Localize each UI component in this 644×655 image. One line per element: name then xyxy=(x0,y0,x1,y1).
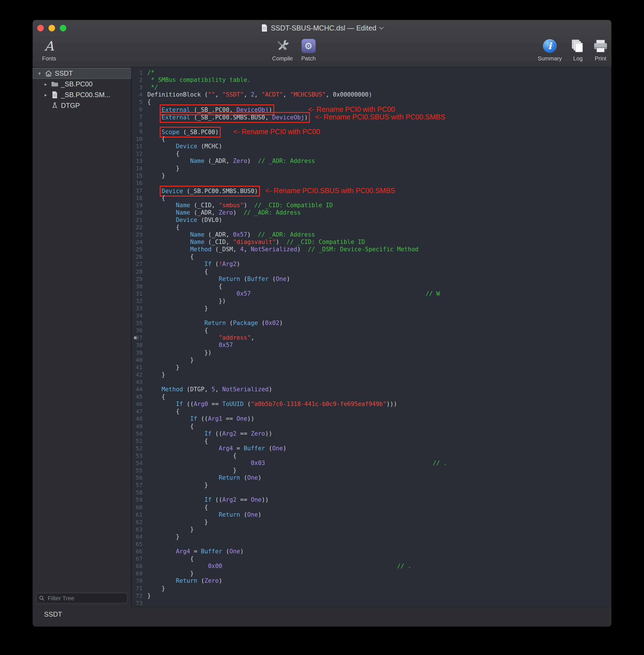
code-line: 58 xyxy=(132,489,611,496)
code-line-text: } xyxy=(147,364,180,371)
title-menu-chevron-icon[interactable] xyxy=(379,25,384,29)
code-line-text: Name (_CID, "diagsvault") // _CID: Compa… xyxy=(147,238,365,246)
line-number: 16 xyxy=(132,179,147,187)
patch-label: Patch xyxy=(301,55,316,62)
code-line-text: } xyxy=(147,467,236,474)
sidebar-item--sb-pc00-sm-[interactable]: ▸_SB.PC00.SM... xyxy=(33,90,131,100)
sidebar-item-label: _SB.PC00.SM... xyxy=(61,91,110,99)
line-number: 25 xyxy=(132,246,147,253)
line-number: 5 xyxy=(132,98,147,106)
line-number: 71 xyxy=(132,585,147,592)
fonts-button[interactable]: A Fonts xyxy=(42,38,56,62)
code-line: 46 If ((Arg0 == ToUUID ("a0b5b7c6-1318-4… xyxy=(132,400,611,408)
line-number: 64 xyxy=(132,533,147,540)
code-line-text: } xyxy=(147,371,165,378)
code-line-text: 0x57 xyxy=(147,341,233,349)
line-number: 13 xyxy=(132,157,147,165)
sidebar-item-dtgp[interactable]: DTGP xyxy=(33,100,131,111)
document-icon xyxy=(261,24,268,32)
line-number: 41 xyxy=(132,364,147,371)
summary-button[interactable]: i Summary xyxy=(537,38,562,62)
code-line-text: 0x57 // W xyxy=(147,290,440,297)
code-line: 30 { xyxy=(132,283,611,290)
line-number: 23 xyxy=(132,231,147,238)
code-line: 15 } xyxy=(132,172,611,179)
line-number: 33 xyxy=(132,304,147,312)
code-line-text: }) xyxy=(147,349,212,356)
line-number: 58 xyxy=(132,489,147,496)
disclosure-triangle-icon[interactable]: ▸ xyxy=(42,81,50,87)
document-icon xyxy=(50,91,60,99)
code-line-text: } xyxy=(147,592,151,600)
line-number: 52 xyxy=(132,445,147,452)
code-line: 17 Device (_SB.PC00.SMBS.BUS0)<- Rename … xyxy=(132,187,611,194)
log-button[interactable]: Log xyxy=(571,38,585,62)
code-line-text: If ((Arg1 == One)) xyxy=(147,415,254,422)
code-line: 50 If ((Arg2 == Zero)) xyxy=(132,430,611,437)
code-line-text: { xyxy=(147,253,193,260)
summary-info-icon: i xyxy=(543,39,556,53)
close-button[interactable] xyxy=(37,25,44,31)
sidebar: ▾SSDT▸_SB.PC00▸_SB.PC00.SM...DTGP xyxy=(33,67,132,607)
line-number: 12 xyxy=(132,150,147,157)
code-line-text: /* xyxy=(147,69,154,76)
line-number: 20 xyxy=(132,209,147,216)
code-line-text: If ((Arg0 == ToUUID ("a0b5b7c6-1318-441c… xyxy=(147,400,397,408)
zoom-button[interactable] xyxy=(60,25,66,31)
code-line: 44 Method (DTGP, 5, NotSerialized) xyxy=(132,386,611,393)
code-line: 68 0x00 // . xyxy=(132,562,611,570)
window-title-area[interactable]: SSDT-SBUS-MCHC.dsl — Edited xyxy=(261,24,383,32)
disclosure-triangle-icon[interactable]: ▸ xyxy=(42,92,50,98)
rename-annotation: <- Rename PCI0 with PC00 xyxy=(308,105,395,113)
code-line-text: If (!Arg2) xyxy=(147,260,240,268)
code-line: 66 Arg4 = Buffer (One) xyxy=(132,548,611,555)
code-line-text: External (_SB_.PC00, DeviceObj) <- Renam… xyxy=(147,106,395,113)
compile-label: Compile xyxy=(272,55,293,62)
print-icon xyxy=(593,38,608,54)
code-line: 54 0x03 // . xyxy=(132,459,611,467)
print-label: Print xyxy=(595,55,606,62)
code-line-text: { xyxy=(147,555,193,562)
line-marker-dot xyxy=(134,336,137,339)
print-button[interactable]: Print xyxy=(593,38,608,62)
line-number: 72 xyxy=(132,592,147,600)
line-number: 28 xyxy=(132,268,147,275)
line-number: 19 xyxy=(132,202,147,209)
summary-label: Summary xyxy=(537,55,562,62)
red-highlight-box: External (_SB_.PC00, DeviceObj) xyxy=(162,107,272,113)
minimize-button[interactable] xyxy=(49,25,55,31)
line-number: 48 xyxy=(132,415,147,422)
code-line: 36 { xyxy=(132,326,611,334)
sidebar-item--sb-pc00[interactable]: ▸_SB.PC00 xyxy=(33,79,131,90)
code-line-text: } xyxy=(147,518,208,526)
code-line-text: Scope (_SB.PC00) <- Rename PCI0 with PC0… xyxy=(147,128,320,135)
code-line: 42 } xyxy=(132,371,611,378)
code-line-text: { xyxy=(147,283,222,290)
filter-tree-box xyxy=(36,593,128,603)
filter-tree-input[interactable] xyxy=(36,593,128,603)
code-line: 61 Return (One) xyxy=(132,511,611,518)
patch-button[interactable]: ⚙ Patch xyxy=(301,38,316,62)
disclosure-triangle-icon[interactable]: ▾ xyxy=(36,71,43,76)
compile-button[interactable]: Compile xyxy=(272,38,293,62)
code-line-text: } xyxy=(147,165,180,172)
code-line: 72} xyxy=(132,592,611,600)
code-line: 25 Method (_DSM, 4, NotSerialized) // _D… xyxy=(132,246,611,253)
code-line-text: * SMBus compatibility table. xyxy=(147,76,251,84)
statusbar: SSDT xyxy=(33,607,611,627)
sidebar-item-ssdt[interactable]: ▾SSDT xyxy=(33,68,131,79)
compile-tools-icon xyxy=(275,38,290,54)
red-highlight-box: External (_SB_.PC00.SMBS.BUS0, DeviceObj… xyxy=(162,114,308,121)
code-line-text: Method (_DSM, 4, NotSerialized) // _DSM:… xyxy=(147,246,418,253)
method-icon xyxy=(50,102,60,109)
code-line: 55 } xyxy=(132,467,611,474)
code-line-text: Device (DVL0) xyxy=(147,216,222,224)
code-editor[interactable]: 1/*2 * SMBus compatibility table.3 */4De… xyxy=(132,67,611,607)
titlebar[interactable]: SSDT-SBUS-MCHC.dsl — Edited xyxy=(33,20,611,36)
code-line: 40 } xyxy=(132,356,611,364)
code-line-text: { xyxy=(147,452,236,459)
code-line: 67 { xyxy=(132,555,611,562)
line-number: 49 xyxy=(132,423,147,430)
code-line: 45 { xyxy=(132,393,611,400)
line-number: 43 xyxy=(132,378,147,386)
